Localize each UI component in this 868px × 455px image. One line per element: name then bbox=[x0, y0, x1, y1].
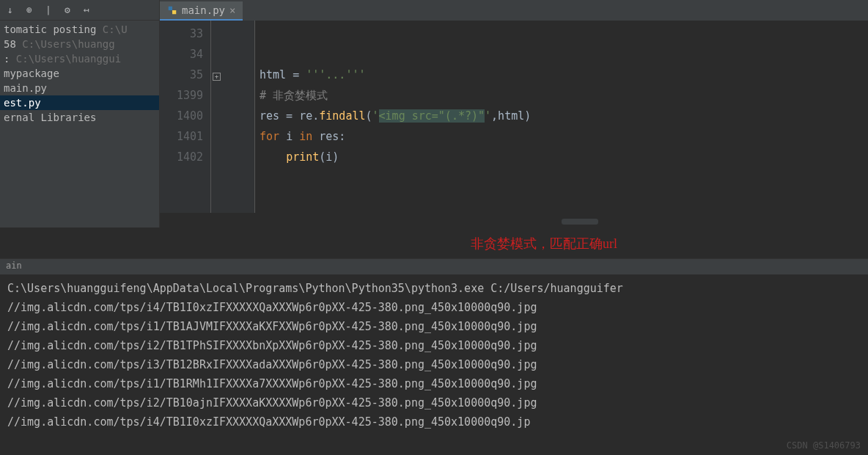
sidebar-toolbar: ↓ ⊕ | ⚙ ↤ bbox=[0, 0, 159, 21]
code-line[interactable]: print(i) bbox=[260, 147, 864, 167]
code-line[interactable] bbox=[260, 44, 864, 65]
target-icon[interactable]: ⊕ bbox=[23, 4, 36, 17]
tab-label: main.py bbox=[182, 4, 225, 16]
status-bar: ain bbox=[0, 258, 868, 274]
tree-item[interactable]: : C:\Users\huanggui bbox=[0, 51, 159, 66]
tree-item[interactable]: mypackage bbox=[0, 66, 159, 81]
console-line: //img.alicdn.com/tps/i3/TB12BRxIFXXXXada… bbox=[7, 355, 861, 374]
code-line[interactable] bbox=[260, 23, 864, 44]
divider-icon: | bbox=[42, 4, 55, 17]
tree-item[interactable]: est.py bbox=[0, 95, 159, 110]
console-line: //img.alicdn.com/tps/i1/TB1AJVMIFXXXXaKX… bbox=[7, 317, 861, 336]
watermark: CSDN @S1406793 bbox=[787, 440, 861, 451]
collapse-icon[interactable]: ↤ bbox=[80, 4, 93, 17]
python-file-icon bbox=[167, 5, 177, 15]
upper-pane: ↓ ⊕ | ⚙ ↤ tomatic posting C:\U58 C:\User… bbox=[0, 0, 868, 228]
fold-gutter[interactable]: + bbox=[211, 21, 255, 213]
code-editor[interactable]: 3334351399140014011402 + html = '''...''… bbox=[160, 21, 868, 213]
console-line: //img.alicdn.com/tps/i2/TB10ajnIFXXXXaKX… bbox=[7, 393, 861, 412]
tab-main-py[interactable]: main.py × bbox=[160, 1, 243, 21]
code-line[interactable]: for i in res: bbox=[260, 126, 864, 147]
close-icon[interactable]: × bbox=[229, 4, 235, 16]
code-line[interactable]: # 非贪婪模式 bbox=[260, 85, 864, 106]
code-line[interactable]: html = '''...''' bbox=[260, 65, 864, 85]
project-sidebar: ↓ ⊕ | ⚙ ↤ tomatic posting C:\U58 C:\User… bbox=[0, 0, 160, 228]
console-line: //img.alicdn.com/tps/i1/TB1RMh1IFXXXXa7X… bbox=[7, 374, 861, 393]
tree-item[interactable]: ernal Libraries bbox=[0, 110, 159, 125]
fold-expand-icon[interactable]: + bbox=[213, 73, 221, 81]
console-line: C:\Users\huangguifeng\AppData\Local\Prog… bbox=[7, 279, 861, 298]
console-line: //img.alicdn.com/tps/i2/TB1TPhSIFXXXXbnX… bbox=[7, 336, 861, 355]
tree-item[interactable]: main.py bbox=[0, 81, 159, 95]
tree-item[interactable]: 58 C:\Users\huangg bbox=[0, 37, 159, 51]
gear-icon[interactable]: ⚙ bbox=[61, 4, 74, 17]
code-line[interactable]: res = re.findall('<img src="(.*?)"',html… bbox=[260, 106, 864, 126]
line-numbers: 3334351399140014011402 bbox=[160, 21, 211, 213]
arrow-down-icon[interactable]: ↓ bbox=[4, 4, 17, 17]
run-console[interactable]: C:\Users\huangguifeng\AppData\Local\Prog… bbox=[0, 274, 868, 455]
console-line: //img.alicdn.com/tps/i4/TB1I0xzIFXXXXXQa… bbox=[7, 412, 861, 432]
svg-rect-0 bbox=[169, 7, 172, 10]
annotation-text: 非贪婪模式，匹配正确url bbox=[0, 228, 868, 258]
editor-tabs: main.py × bbox=[160, 0, 868, 21]
code-content[interactable]: html = '''...'''# 非贪婪模式res = re.findall(… bbox=[255, 21, 868, 213]
horizontal-scrollbar[interactable] bbox=[160, 213, 868, 228]
svg-rect-1 bbox=[172, 10, 176, 14]
status-text: ain bbox=[6, 261, 22, 271]
project-tree[interactable]: tomatic posting C:\U58 C:\Users\huangg: … bbox=[0, 21, 159, 228]
tree-item[interactable]: tomatic posting C:\U bbox=[0, 22, 159, 37]
editor-pane: main.py × 3334351399140014011402 + html … bbox=[160, 0, 868, 228]
console-line: //img.alicdn.com/tps/i4/TB1I0xzIFXXXXXQa… bbox=[7, 298, 861, 317]
